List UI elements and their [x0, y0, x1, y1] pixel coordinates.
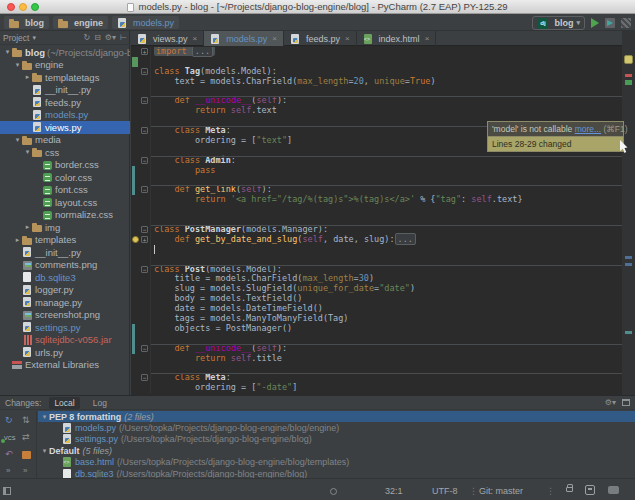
editor-gutter[interactable] [131, 205, 151, 215]
fold-expand-icon[interactable]: + [141, 48, 148, 55]
more-actions-icon[interactable]: » [6, 466, 10, 475]
dock-icon[interactable] [622, 399, 630, 406]
editor-gutter[interactable] [131, 364, 151, 374]
tree-item-img[interactable]: ▸img [0, 221, 130, 234]
tree-item-models-py[interactable]: models.py [0, 109, 130, 122]
fold-collapse-icon[interactable]: − [141, 157, 148, 164]
run-button[interactable] [591, 18, 599, 28]
expand-arrow-icon[interactable]: ▸ [13, 236, 22, 244]
editor-gutter[interactable]: − [131, 185, 151, 195]
tree-item-templatetags[interactable]: ▸templatetags [0, 71, 130, 84]
editor-gutter[interactable] [131, 334, 151, 344]
editor-gutter[interactable]: − [131, 156, 151, 166]
revert-icon[interactable]: ↶ [5, 449, 13, 459]
sync-icon[interactable]: ↻ [83, 33, 90, 42]
editor-gutter[interactable] [131, 136, 151, 146]
code-line[interactable]: ordering = ["-date"] [131, 383, 622, 393]
editor-gutter[interactable]: − [131, 225, 151, 235]
tree-item-logger-py[interactable]: logger.py [0, 284, 130, 297]
code-line[interactable]: return '<a href="/tag/%(tag)s">%(tag)s</… [131, 195, 622, 205]
inspection-status-indicator[interactable] [624, 55, 633, 64]
editor-gutter[interactable] [131, 294, 151, 304]
editor-gutter[interactable] [131, 284, 151, 294]
editor-gutter[interactable]: − [131, 96, 151, 106]
tree-item-sqlitejdbc-v056-jar[interactable]: sqlitejdbc-v056.jar [0, 334, 130, 347]
tree-item-normalize-css[interactable]: normalize.css [0, 209, 130, 222]
code-line[interactable]: return self.text [131, 106, 622, 116]
tree-item-settings-py[interactable]: settings.py [0, 321, 130, 334]
expand-arrow-icon[interactable]: ▾ [13, 136, 22, 144]
collapse-all-icon[interactable]: ⊟ [94, 33, 101, 42]
tree-item-screenshot-png[interactable]: screenshot.png [0, 309, 130, 322]
code-line[interactable]: pass [131, 166, 622, 176]
fold-collapse-icon[interactable]: − [141, 345, 148, 352]
changed-mark[interactable] [625, 256, 632, 259]
tree-item-external-libraries[interactable]: External Libraries [0, 359, 130, 372]
tree-item-db-sqlite3[interactable]: db.sqlite3 [0, 271, 130, 284]
error-stripe[interactable] [622, 31, 635, 395]
project-panel-title[interactable]: Project [3, 33, 29, 43]
changed-file-row[interactable]: models.py(/Users/topka/Projects/django-b… [38, 422, 635, 433]
changed-mark[interactable] [625, 331, 632, 334]
changed-file-row[interactable]: base.html(/Users/topka/Projects/django-b… [38, 457, 635, 468]
fold-collapse-icon[interactable]: − [141, 186, 148, 193]
close-icon[interactable]: × [425, 34, 430, 43]
editor-gutter[interactable] [131, 57, 151, 67]
hide-icon[interactable]: ⊢ [120, 33, 127, 42]
folded-import-region[interactable]: import ... [154, 47, 215, 56]
editor-gutter[interactable] [131, 215, 151, 225]
code-line[interactable]: +import ... [131, 47, 622, 57]
editor-gutter[interactable]: + [131, 235, 151, 245]
file-encoding[interactable]: UTF-8 [432, 486, 458, 496]
chevron-down-icon[interactable]: ▾ [32, 34, 36, 42]
editor-gutter[interactable] [131, 324, 151, 334]
editor-gutter[interactable]: − [131, 126, 151, 136]
refresh-icon[interactable]: ↻ [5, 415, 13, 425]
expand-collapse-icon[interactable]: ⇅ [22, 415, 30, 425]
error-mark[interactable] [625, 74, 632, 77]
editor-gutter[interactable]: − [131, 344, 151, 354]
editor-gutter[interactable] [131, 304, 151, 314]
close-icon[interactable]: × [272, 34, 277, 43]
more-link[interactable]: more... [575, 124, 601, 134]
editor-gutter[interactable] [131, 195, 151, 205]
tree-item-blog[interactable]: ▾blog (~/Projects/django-blog [0, 46, 130, 59]
changed-file-row[interactable]: settings.py(/Users/topka/Projects/django… [38, 434, 635, 445]
editor-tab-models-py[interactable]: models.py× [204, 31, 284, 46]
changelist-row[interactable]: ▾PEP 8 formatting(2 files) [38, 411, 635, 422]
editor-gutter[interactable] [131, 354, 151, 364]
tool-window-toggle-icon[interactable] [3, 487, 11, 495]
fold-collapse-icon[interactable]: − [141, 68, 148, 75]
tree-item-manage-py[interactable]: manage.py [0, 296, 130, 309]
editor-gutter[interactable] [131, 274, 151, 284]
code-line[interactable]: return self.title [131, 354, 622, 364]
group-by-icon[interactable] [22, 451, 31, 459]
editor-gutter[interactable] [131, 176, 151, 186]
breadcrumb-item[interactable]: engine [53, 16, 108, 29]
editor-gutter[interactable] [131, 87, 151, 97]
tab-local[interactable]: Local [49, 397, 79, 409]
editor-gutter[interactable]: − [131, 265, 151, 275]
editor-gutter[interactable]: − [131, 67, 151, 77]
tree-item--init-py[interactable]: __init__.py [0, 246, 130, 259]
tree-item-media[interactable]: ▾media [0, 134, 130, 147]
tree-item--init-py[interactable]: __init__.py [0, 84, 130, 97]
editor-gutter[interactable] [131, 255, 151, 265]
tree-item-color-css[interactable]: color.css [0, 171, 130, 184]
intention-bulb-icon[interactable] [132, 236, 139, 243]
read-only-lock-icon[interactable] [566, 487, 573, 492]
diff-icon[interactable]: ⇄ [22, 432, 30, 442]
tree-item-engine[interactable]: ▾engine [0, 59, 130, 72]
tree-item-border-css[interactable]: border.css [0, 159, 130, 172]
fold-collapse-icon[interactable]: − [141, 226, 148, 233]
editor-gutter[interactable] [131, 245, 151, 255]
expand-arrow-icon[interactable]: ▾ [13, 61, 22, 69]
vcs-branch[interactable]: Git: master [479, 486, 523, 496]
ok-mark[interactable] [625, 80, 632, 85]
tree-item-urls-py[interactable]: urls.py [0, 346, 130, 359]
changed-mark[interactable] [625, 263, 632, 266]
code-line[interactable]: objects = PostManager() [131, 324, 622, 334]
code-line[interactable]: text = models.CharField(max_length=20, u… [131, 77, 622, 87]
close-icon[interactable]: × [193, 34, 198, 43]
fold-expand-icon[interactable]: + [141, 236, 148, 243]
